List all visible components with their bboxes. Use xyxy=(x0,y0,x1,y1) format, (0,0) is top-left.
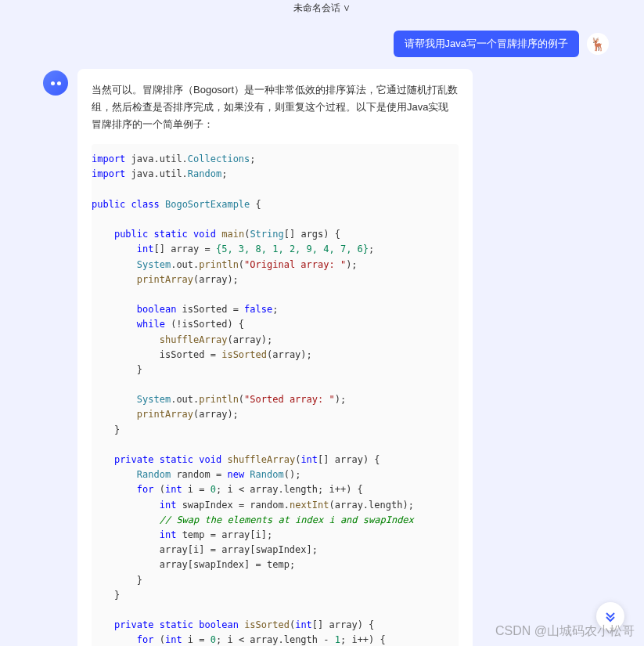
user-message-row: 请帮我用Java写一个冒牌排序的例子 🦌 xyxy=(0,31,609,57)
user-avatar[interactable]: 🦌 xyxy=(587,33,609,55)
chevron-double-down-icon xyxy=(604,610,617,623)
code-block[interactable]: import java.util.Collections; import jav… xyxy=(92,144,459,646)
ai-intro-text: 当然可以。冒牌排序（Bogosort）是一种非常低效的排序算法，它通过随机打乱数… xyxy=(92,81,459,133)
conversation-title[interactable]: 未命名会话 ∨ xyxy=(0,0,644,15)
watermark: CSDN @山城码农小松哥 xyxy=(495,623,635,640)
user-message-bubble: 请帮我用Java写一个冒牌排序的例子 xyxy=(394,31,579,57)
ai-avatar-icon xyxy=(51,81,61,85)
ai-avatar[interactable] xyxy=(43,70,68,96)
ai-message-bubble: 当然可以。冒牌排序（Bogosort）是一种非常低效的排序算法，它通过随机打乱数… xyxy=(77,69,473,646)
ai-message-row: 当然可以。冒牌排序（Bogosort）是一种非常低效的排序算法，它通过随机打乱数… xyxy=(43,69,644,646)
